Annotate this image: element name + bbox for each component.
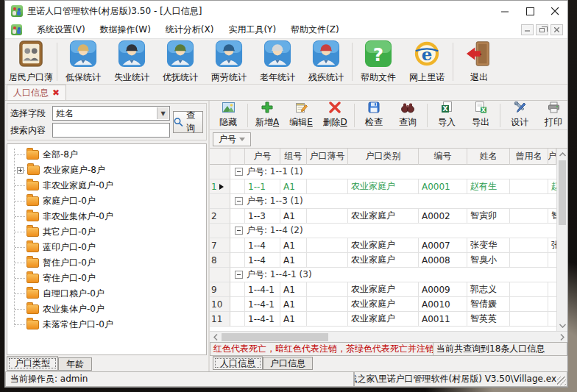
table-row[interactable]: 11--1A1农业家庭户A0001赵有生赵 xyxy=(210,179,556,194)
vertical-scrollbar[interactable] xyxy=(556,149,567,331)
mdi-minimize-button[interactable] xyxy=(521,24,534,35)
collapse-minus-icon[interactable] xyxy=(235,197,243,205)
folder-icon xyxy=(27,165,40,175)
bottom-tab-selected[interactable]: 人口信息 xyxy=(213,356,263,370)
table-row[interactable]: 91--4-1A1农业家庭户A0009郭志义 xyxy=(210,282,556,297)
table-row[interactable]: 21--3A1农业家庭户A0002智寅卯智 xyxy=(210,209,556,224)
minimize-button[interactable] xyxy=(492,1,517,21)
tree-item[interactable]: 全部-8户 xyxy=(10,147,206,163)
tree-item[interactable]: 非农业家庭户-0户 xyxy=(10,178,206,193)
table-cell: 1--3 xyxy=(245,209,280,224)
table-row[interactable]: 81--4A1农业家庭户A0008智臭小 xyxy=(210,253,556,268)
grid-toolbar-button-query-binoculars[interactable]: 查询 xyxy=(391,101,425,129)
scroll-right-icon[interactable] xyxy=(556,332,567,343)
tree-item-label: 自理口粮户-0户 xyxy=(43,288,105,300)
grid-toolbar-button-add[interactable]: 新增A xyxy=(250,101,284,129)
tab-population-info[interactable]: 人口信息 ✖ xyxy=(7,85,66,100)
tree-item[interactable]: 寄住户口-0户 xyxy=(10,271,206,286)
table-row[interactable]: 111--4-1A1农业家庭户A0011智英英 xyxy=(210,312,556,327)
menu-item[interactable]: 系统设置(V) xyxy=(29,21,93,38)
column-header[interactable]: 编号 xyxy=(419,149,467,165)
search-input[interactable] xyxy=(52,123,170,138)
collapse-minus-icon[interactable] xyxy=(235,227,243,235)
bottom-tab-item[interactable]: 户口信息 xyxy=(263,357,313,370)
tree-item[interactable]: 其它户口-0户 xyxy=(10,224,206,240)
column-header[interactable]: 户 xyxy=(548,149,556,165)
menu-item[interactable]: 帮助文件(Z) xyxy=(283,21,347,38)
toolbar-button-residents-book[interactable]: 居民户口薄 xyxy=(7,40,55,83)
tree-item[interactable]: 暂住户口-0户 xyxy=(10,255,206,271)
grid-toolbar-button-hide[interactable]: 隐藏 xyxy=(211,101,245,129)
close-tab-icon[interactable]: ✖ xyxy=(52,88,60,98)
column-header[interactable]: 户口类别 xyxy=(348,149,419,165)
toolbar-button-reform-labor-stats[interactable]: 两劳统计 xyxy=(205,40,253,83)
menu-item[interactable]: 实用工具(Y) xyxy=(221,21,283,38)
grid-toolbar-button-delete[interactable]: 删除D xyxy=(318,101,352,129)
toolbar-button-help-file[interactable]: ?帮助文件 xyxy=(354,40,403,83)
column-header[interactable]: 姓名 xyxy=(467,149,510,165)
toolbar-button-veteran-care-stats[interactable]: 优抚统计 xyxy=(156,40,205,83)
toolbar-button-disability-stats[interactable]: 残疾统计 xyxy=(302,40,350,83)
menu-item[interactable]: 统计分析(X) xyxy=(158,21,222,38)
tree-item[interactable]: 农业家庭户-8户 xyxy=(10,163,206,178)
tree-item[interactable]: 家庭户口-0户 xyxy=(10,193,206,209)
tree-item[interactable]: 非农业集体户-0户 xyxy=(10,209,206,224)
menu-bar: 系统设置(V)数据操作(W)统计分析(X)实用工具(Y)帮助文件(Z) xyxy=(5,21,567,39)
toolbar-button-exit[interactable]: 退出 xyxy=(455,40,503,83)
scroll-up-icon[interactable] xyxy=(557,149,567,160)
scroll-down-icon[interactable] xyxy=(557,320,567,331)
horizontal-scrollbar[interactable] xyxy=(210,331,567,342)
mdi-restore-button[interactable] xyxy=(536,24,548,35)
group-chip-hukou[interactable]: 户号 xyxy=(213,132,251,146)
query-button[interactable]: 查询 xyxy=(173,111,203,133)
menu-item[interactable]: 数据操作(W) xyxy=(93,21,158,38)
grid-toolbar-button-check[interactable]: 检查 xyxy=(357,101,391,129)
table-row[interactable]: 71--4A1农业家庭户A0007张变华张 xyxy=(210,238,556,253)
collapse-minus-icon[interactable] xyxy=(235,168,243,176)
collapse-minus-icon[interactable] xyxy=(235,271,243,279)
expand-plus-icon[interactable] xyxy=(17,167,24,174)
vertical-scroll-thumb[interactable] xyxy=(559,160,566,225)
grid-toolbar-button-import[interactable]: X导入 xyxy=(430,101,464,129)
grid-toolbar: 隐藏 新增A 编辑E 删除D 检查 查询 X导入 X导出 设计 打印 xyxy=(210,101,567,130)
tree-item[interactable]: 农业集体户-0户 xyxy=(10,302,206,317)
scroll-left-icon[interactable] xyxy=(210,332,221,343)
grid-toolbar-button-export[interactable]: X导出 xyxy=(464,101,498,129)
tree-item[interactable]: 自理口粮户-0户 xyxy=(10,286,206,302)
field-select-combobox[interactable]: 姓名 ▼ xyxy=(52,106,170,121)
horizontal-scroll-thumb[interactable] xyxy=(222,333,328,341)
table-group-row[interactable]: 户号: 1--4 (2) xyxy=(210,224,556,238)
tree-connector xyxy=(15,293,25,294)
indent-cell xyxy=(230,282,245,297)
mdi-close-button[interactable] xyxy=(551,24,563,35)
column-header[interactable]: 组号 xyxy=(280,149,307,165)
toolbar-button-unemployment-stats[interactable]: 失业统计 xyxy=(107,40,156,83)
tree-item-label: 未落常住户口-0户 xyxy=(43,318,113,331)
toolbar-button-subsistence-stats[interactable]: 低保统计 xyxy=(59,40,107,83)
toolbar-button-elderly-stats[interactable]: 老年统计 xyxy=(253,40,302,83)
left-tab-item[interactable]: 年龄 xyxy=(58,357,92,371)
tree-item[interactable]: 未落常住户口-0户 xyxy=(10,317,206,332)
resize-grip[interactable] xyxy=(557,377,566,385)
grid-toolbar-button-edit[interactable]: 编辑E xyxy=(284,101,318,129)
main-toolbar: 居民户口薄 低保统计 失业统计 优抚统计 两劳统计 老年统计 残疾统计 ?帮助文… xyxy=(5,39,567,85)
tree-item-label: 全部-8户 xyxy=(43,149,78,161)
search-group: 选择字段 姓名 ▼ 搜索内容 查询 xyxy=(7,103,207,140)
column-header[interactable]: 户号 xyxy=(245,149,280,165)
group-by-bar: 户号 xyxy=(210,130,567,149)
toolbar-button-web-linuo[interactable]: e 网上里诺 xyxy=(403,40,451,83)
grid-toolbar-button-design[interactable]: 设计 xyxy=(503,101,537,129)
table-group-row[interactable]: 户号: 1--4-1 (3) xyxy=(210,268,556,282)
chevron-down-icon[interactable]: ▼ xyxy=(157,107,169,119)
column-header[interactable]: 户口薄号 xyxy=(307,149,348,165)
grid-toolbar-button-print[interactable]: 打印 xyxy=(537,101,570,129)
close-button[interactable] xyxy=(542,1,567,21)
table-group-row[interactable]: 户号: 1--1 (1) xyxy=(210,165,556,179)
column-header[interactable]: 曾用名 xyxy=(510,149,548,165)
svg-text:?: ? xyxy=(373,43,383,65)
tree-item[interactable]: 蓝印户口-0户 xyxy=(10,240,206,255)
table-group-row[interactable]: 户号: 1--3 (1) xyxy=(210,194,556,209)
table-row[interactable]: 101--4-1A1农业家庭户A0010智倩媛 xyxy=(210,297,556,312)
maximize-button[interactable] xyxy=(517,1,542,21)
left-tab-selected[interactable]: 户口类型 xyxy=(7,356,58,371)
